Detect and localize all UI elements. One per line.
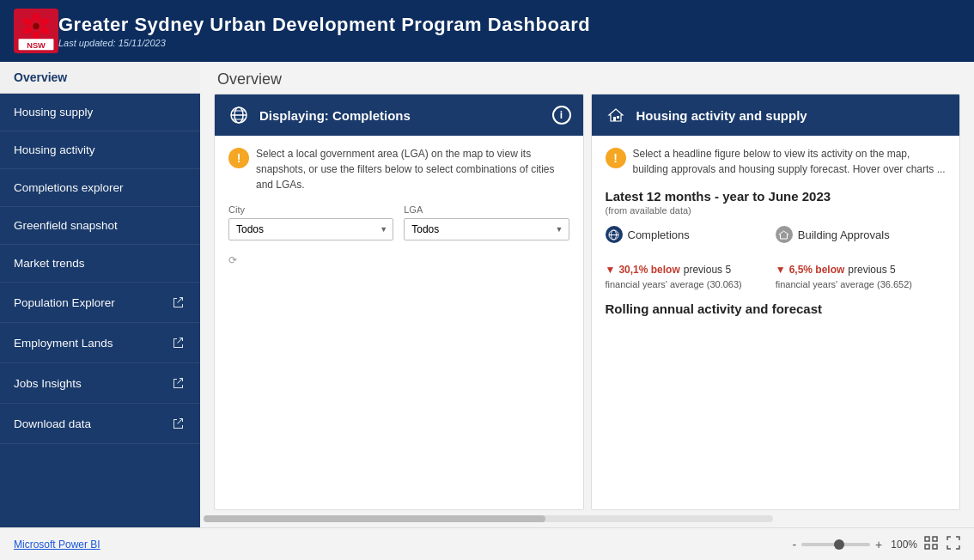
date-note: (from available data) — [606, 205, 947, 216]
completions-stat-col: Completions ▼ 30,1% below previous 5 fin… — [606, 226, 776, 289]
approvals-desc-text: previous 5 — [848, 264, 895, 276]
housing-activity-panel: Housing activity and supply ! Select a h… — [591, 94, 961, 510]
sidebar-label-population-explorer: Population Explorer — [14, 296, 115, 309]
svg-rect-24 — [925, 537, 929, 541]
completions-panel: Displaying: Completions i ! Select a loc… — [214, 94, 584, 510]
sidebar-overview-label[interactable]: Overview — [0, 62, 200, 94]
sidebar-item-download-data[interactable]: Download data — [0, 404, 200, 444]
scrollbar-thumb[interactable] — [204, 515, 545, 522]
fit-page-button[interactable] — [924, 536, 938, 552]
sidebar-item-population-explorer[interactable]: Population Explorer — [0, 283, 200, 323]
globe-icon — [227, 103, 251, 127]
app-body: Overview Housing supply Housing activity… — [0, 62, 974, 527]
sidebar-item-housing-activity[interactable]: Housing activity — [0, 131, 200, 169]
right-tip-row: ! Select a headline figure below to view… — [606, 146, 947, 177]
external-link-icon — [171, 416, 186, 431]
footer-right: - + 100% — [790, 536, 960, 552]
sidebar-label-jobs-insights: Jobs Insights — [14, 377, 82, 390]
sidebar-label-completions-explorer: Completions explorer — [14, 181, 124, 194]
sidebar-item-jobs-insights[interactable]: Jobs Insights — [0, 363, 200, 404]
zoom-percent: 100% — [891, 539, 917, 551]
svg-rect-19 — [617, 116, 619, 119]
horizontal-scrollbar-area — [200, 510, 974, 527]
completions-panel-header: Displaying: Completions i — [215, 94, 583, 136]
main-content: Overview Displaying: Completions i ! Sel… — [200, 62, 974, 527]
nsw-logo: NSW — [14, 9, 58, 53]
app-title: Greater Sydney Urban Development Program… — [58, 14, 590, 36]
filters-row: City Todos LGA Todos — [228, 204, 569, 240]
svg-point-9 — [33, 23, 39, 29]
building-approvals-label: Building Approvals — [798, 228, 890, 241]
loading-indicator: ⟳ — [228, 254, 237, 266]
horizontal-scrollbar[interactable] — [204, 515, 773, 522]
completions-down-arrow: ▼ — [606, 264, 616, 276]
sidebar-label-employment-lands: Employment Lands — [14, 337, 113, 350]
completions-globe-icon — [606, 226, 623, 243]
footer-icons — [924, 536, 960, 552]
sidebar: Overview Housing supply Housing activity… — [0, 62, 200, 527]
sidebar-label-greenfield-snapshot: Greenfield snapshot — [14, 219, 118, 232]
stats-columns: Completions ▼ 30,1% below previous 5 fin… — [606, 226, 947, 289]
completions-col-label[interactable]: Completions — [606, 226, 765, 243]
sidebar-label-housing-supply: Housing supply — [14, 106, 93, 119]
city-filter-group: City Todos — [228, 204, 393, 240]
completions-panel-body: ! Select a local government area (LGA) o… — [215, 136, 583, 509]
sidebar-item-greenfield-snapshot[interactable]: Greenfield snapshot — [0, 207, 200, 245]
tip-lightbulb-icon: ! — [228, 148, 249, 168]
lga-filter-group: LGA Todos — [404, 204, 569, 240]
svg-text:NSW: NSW — [27, 41, 46, 50]
svg-rect-27 — [933, 545, 937, 549]
approvals-col-label[interactable]: Building Approvals — [776, 226, 935, 243]
completions-percent: 30,1% below — [618, 264, 679, 276]
approvals-percent: 6,5% below — [789, 264, 845, 276]
zoom-slider-thumb[interactable] — [834, 539, 844, 550]
housing-activity-panel-title: Housing activity and supply — [636, 108, 807, 123]
svg-marker-23 — [779, 231, 788, 239]
sidebar-item-employment-lands[interactable]: Employment Lands — [0, 323, 200, 363]
sidebar-item-housing-supply[interactable]: Housing supply — [0, 94, 200, 131]
sidebar-label-market-trends: Market trends — [14, 257, 85, 270]
lga-select-wrapper[interactable]: Todos — [404, 218, 569, 240]
app-header: NSW Greater Sydney Urban Development Pro… — [0, 0, 974, 62]
approvals-change: ▼ 6,5% below previous 5 — [776, 264, 935, 276]
approvals-note: financial years' average (36.652) — [776, 279, 935, 289]
zoom-in-button[interactable]: + — [874, 538, 884, 551]
last-updated: Last updated: 15/11/2023 — [58, 38, 590, 48]
powerbi-link[interactable]: Microsoft Power BI — [14, 539, 100, 551]
right-tip-icon: ! — [606, 148, 626, 168]
svg-rect-25 — [933, 537, 937, 541]
zoom-slider[interactable] — [801, 543, 870, 546]
main-overview-heading: Overview — [200, 62, 974, 94]
house-icon — [604, 103, 628, 127]
tip-row: ! Select a local government area (LGA) o… — [228, 146, 569, 192]
footer: Microsoft Power BI - + 100% — [0, 527, 974, 560]
right-tip-text: Select a headline figure below to view i… — [633, 146, 947, 177]
info-icon[interactable]: i — [552, 106, 571, 125]
external-link-icon — [171, 295, 186, 310]
zoom-bar: - + 100% — [790, 538, 917, 551]
lga-filter-label: LGA — [404, 204, 569, 215]
completions-label: Completions — [628, 228, 690, 241]
svg-rect-18 — [613, 117, 616, 121]
city-select-wrapper[interactable]: Todos — [228, 218, 393, 240]
housing-activity-panel-header: Housing activity and supply — [592, 94, 960, 136]
zoom-out-button[interactable]: - — [790, 538, 798, 551]
sidebar-item-completions-explorer[interactable]: Completions explorer — [0, 169, 200, 207]
housing-activity-panel-body: ! Select a headline figure below to view… — [592, 136, 960, 509]
footer-left: Microsoft Power BI — [14, 538, 100, 551]
lga-select[interactable]: Todos — [405, 219, 568, 240]
svg-rect-26 — [925, 545, 929, 549]
completions-note: financial years' average (30.063) — [606, 279, 765, 289]
completions-change: ▼ 30,1% below previous 5 — [606, 264, 765, 276]
sidebar-item-market-trends[interactable]: Market trends — [0, 245, 200, 283]
fullscreen-button[interactable] — [947, 536, 960, 552]
city-select[interactable]: Todos — [229, 219, 393, 240]
sidebar-label-download-data: Download data — [14, 417, 91, 430]
tip-text: Select a local government area (LGA) on … — [256, 146, 569, 192]
approvals-down-arrow: ▼ — [776, 264, 786, 276]
rolling-title: Rolling annual activity and forecast — [606, 301, 947, 316]
date-range: Latest 12 months - year to June 2023 — [606, 189, 947, 204]
approvals-house-icon — [776, 226, 793, 243]
map-loading-area: ⟳ — [228, 254, 569, 266]
external-link-icon — [171, 335, 186, 350]
